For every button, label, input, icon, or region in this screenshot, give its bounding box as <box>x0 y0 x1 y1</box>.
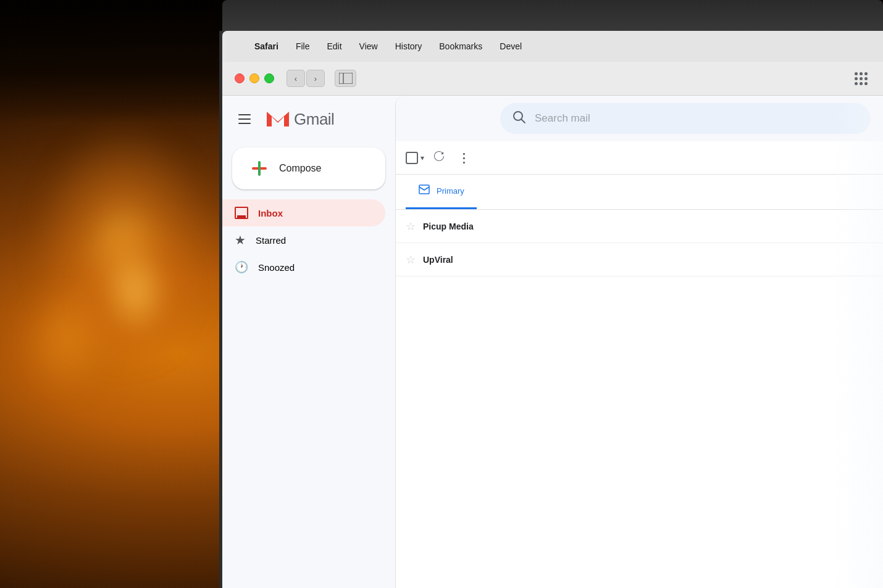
compose-button[interactable]: Compose <box>232 147 385 189</box>
svg-line-3 <box>522 119 525 123</box>
menubar-safari[interactable]: Safari <box>254 41 278 51</box>
select-all-checkbox-area[interactable]: ▾ <box>406 152 424 164</box>
gmail-m-logo <box>264 106 291 133</box>
menubar-view[interactable]: View <box>359 41 378 51</box>
gmail-logo: Gmail <box>264 106 334 133</box>
fullscreen-window-button[interactable] <box>264 73 274 83</box>
email-sender-1: Picup Media <box>423 222 534 231</box>
menubar-history[interactable]: History <box>395 41 422 51</box>
email-list: ☆ Picup Media ☆ UpViral <box>396 210 883 588</box>
email-star-icon-1[interactable]: ☆ <box>406 220 416 233</box>
email-toolbar: ▾ ⋮ <box>396 141 883 175</box>
forward-button[interactable]: › <box>306 70 325 87</box>
monitor-bezel-top <box>222 0 883 31</box>
nav-item-inbox[interactable]: Inbox <box>222 199 385 226</box>
hamburger-menu-button[interactable] <box>232 107 257 131</box>
nav-label-snoozed: Snoozed <box>258 262 295 273</box>
nav-item-snoozed[interactable]: 🕐 Snoozed <box>222 254 385 281</box>
back-button[interactable]: ‹ <box>287 70 305 87</box>
menubar-edit[interactable]: Edit <box>327 41 341 51</box>
email-star-icon-2[interactable]: ☆ <box>406 253 416 267</box>
inbox-icon <box>235 207 248 219</box>
browser-nav-buttons: ‹ › <box>287 70 325 87</box>
compose-plus-icon <box>249 159 269 178</box>
clock-icon: 🕐 <box>235 260 248 274</box>
gmail-header: Gmail <box>222 106 395 147</box>
hamburger-line-2 <box>238 118 251 120</box>
more-options-button[interactable]: ⋮ <box>454 147 474 169</box>
select-all-checkbox[interactable] <box>406 152 418 164</box>
inbox-tabs: Primary <box>396 175 883 210</box>
search-placeholder-text: Search mail <box>535 112 858 125</box>
email-sender-2: UpViral <box>423 255 534 265</box>
star-icon: ★ <box>235 233 246 247</box>
menubar-develop[interactable]: Devel <box>500 41 522 51</box>
primary-tab-icon <box>418 183 430 199</box>
minimize-window-button[interactable] <box>249 73 259 83</box>
gmail-brand-text: Gmail <box>294 110 334 129</box>
email-row[interactable]: ☆ Picup Media <box>396 210 883 243</box>
search-bar-area: Search mail <box>396 96 883 141</box>
gmail-content-area: Gmail Compose Inbox ★ Starred <box>222 96 883 588</box>
grid-dots-icon <box>855 72 868 85</box>
gmail-sidebar: Gmail Compose Inbox ★ Starred <box>222 96 395 588</box>
refresh-button[interactable] <box>429 146 449 169</box>
compose-label: Compose <box>279 163 321 174</box>
nav-label-inbox: Inbox <box>258 208 283 218</box>
search-container[interactable]: Search mail <box>500 103 871 134</box>
browser-toolbar: ‹ › <box>222 62 883 96</box>
nav-label-starred: Starred <box>256 235 286 246</box>
menubar-bookmarks[interactable]: Bookmarks <box>439 41 482 51</box>
tab-primary[interactable]: Primary <box>406 175 477 209</box>
tab-primary-label: Primary <box>437 186 464 196</box>
close-window-button[interactable] <box>235 73 245 83</box>
hamburger-line-1 <box>238 114 251 115</box>
browser-grid-button[interactable] <box>851 70 871 87</box>
hamburger-line-3 <box>238 123 251 124</box>
gmail-main-area: Search mail ▾ ⋮ <box>395 96 883 588</box>
mac-menubar: Safari File Edit View History Bookmarks … <box>222 31 883 62</box>
email-row[interactable]: ☆ UpViral <box>396 243 883 276</box>
sidebar-toggle-button[interactable] <box>335 70 356 87</box>
bokeh-light-3 <box>19 278 111 401</box>
svg-rect-4 <box>419 185 429 194</box>
traffic-lights <box>235 73 274 83</box>
nav-item-starred[interactable]: ★ Starred <box>222 226 385 254</box>
sidebar-toggle-icon <box>339 73 353 84</box>
menubar-file[interactable]: File <box>296 41 310 51</box>
svg-rect-0 <box>339 73 353 84</box>
select-dropdown-icon[interactable]: ▾ <box>421 154 424 162</box>
search-icon <box>513 110 526 127</box>
monitor-frame: Safari File Edit View History Bookmarks … <box>222 31 883 588</box>
